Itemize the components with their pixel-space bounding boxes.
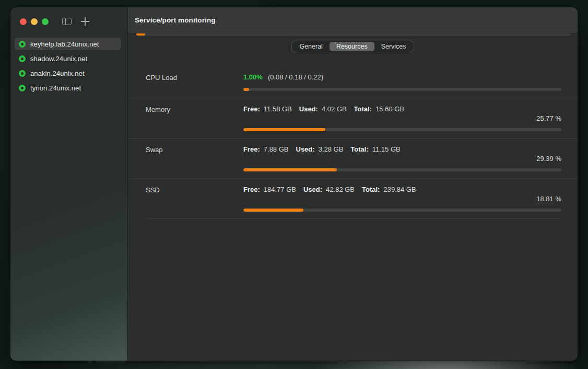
tab-services[interactable]: Services <box>374 42 413 51</box>
used-value: 3.28 GB <box>319 145 344 153</box>
total-label: Total: <box>350 145 368 153</box>
server-name: shadow.24unix.net <box>30 55 87 63</box>
row-label: SSD <box>146 186 243 212</box>
row-label: CPU Load <box>146 73 243 91</box>
sidebar-item-server[interactable]: keyhelp.lab.24unix.net <box>15 38 121 50</box>
used-label: Used: <box>296 145 315 153</box>
cpu-percent-value: 1.00% <box>243 73 263 81</box>
close-button[interactable] <box>20 18 27 25</box>
content-area: General Resources Services CPU Load 1.00… <box>128 36 578 361</box>
server-online-status-icon <box>19 55 26 62</box>
tab-general[interactable]: General <box>292 42 329 51</box>
server-online-status-icon <box>19 41 26 48</box>
memory-usage-bar <box>243 128 561 131</box>
cpu-load-row: CPU Load 1.00% (0.08 / 0.18 / 0.22) <box>128 66 578 98</box>
free-label: Free: <box>243 145 260 153</box>
row-label: Swap <box>146 145 243 171</box>
used-label: Used: <box>299 105 318 113</box>
swap-row: Swap Free: 7.88 GB Used: 3.28 GB Total: … <box>128 138 578 178</box>
server-name: keyhelp.lab.24unix.net <box>30 40 99 48</box>
ssd-row: SSD Free: 184.77 GB Used: 42.82 GB Total… <box>128 178 578 218</box>
usage-percent: 25.77 % <box>243 114 561 122</box>
zoom-button[interactable] <box>42 18 49 25</box>
free-value: 184.77 GB <box>264 186 296 193</box>
traffic-lights <box>20 18 49 25</box>
used-value: 42.82 GB <box>326 186 355 193</box>
server-name: anakin.24unix.net <box>30 70 85 77</box>
used-value: 4.02 GB <box>322 105 347 113</box>
cpu-load-bar-fill <box>243 88 249 91</box>
sidebar-toggle-icon[interactable] <box>62 18 72 25</box>
bottom-separator <box>146 218 561 219</box>
free-value: 7.88 GB <box>264 145 289 153</box>
total-value: 239.84 GB <box>383 186 416 193</box>
usage-percent: 18.81 % <box>243 195 561 203</box>
free-label: Free: <box>243 186 260 193</box>
memory-row: Memory Free: 11.58 GB Used: 4.02 GB Tota… <box>128 98 578 138</box>
swap-usage-bar-fill <box>243 168 337 171</box>
server-list: keyhelp.lab.24unix.net shadow.24unix.net… <box>10 36 127 94</box>
free-label: Free: <box>243 105 260 113</box>
used-label: Used: <box>303 186 322 193</box>
ssd-usage-bar-fill <box>243 209 303 212</box>
sidebar-item-server[interactable]: tyrion.24unix.net <box>15 82 121 94</box>
cpu-load-bar <box>243 88 561 91</box>
swap-usage-bar <box>243 168 561 171</box>
cpu-load-averages: (0.08 / 0.18 / 0.22) <box>268 73 323 81</box>
total-value: 11.15 GB <box>372 145 401 153</box>
server-name: tyrion.24unix.net <box>30 84 81 92</box>
resource-list: CPU Load 1.00% (0.08 / 0.18 / 0.22) Memo… <box>128 66 578 219</box>
server-online-status-icon <box>19 70 26 77</box>
sidebar-item-server[interactable]: anakin.24unix.net <box>15 67 121 79</box>
add-server-button[interactable] <box>81 17 89 26</box>
minimize-button[interactable] <box>31 18 38 25</box>
server-online-status-icon <box>19 85 26 91</box>
ssd-usage-bar <box>243 209 561 212</box>
window-titlebar: Service/port monitoring <box>128 7 578 33</box>
tab-resources[interactable]: Resources <box>330 42 374 51</box>
total-value: 15.60 GB <box>375 105 404 113</box>
main-panel: Service/port monitoring General Resource… <box>128 7 578 361</box>
refresh-progress-track <box>136 33 571 36</box>
tab-bar: General Resources Services <box>291 41 414 52</box>
page-title: Service/port monitoring <box>135 16 216 24</box>
total-label: Total: <box>362 186 380 193</box>
app-window: keyhelp.lab.24unix.net shadow.24unix.net… <box>10 7 578 361</box>
sidebar-header <box>10 7 127 36</box>
refresh-progress-fill <box>136 33 145 36</box>
memory-usage-bar-fill <box>243 128 325 131</box>
row-label: Memory <box>146 105 243 131</box>
free-value: 11.58 GB <box>264 105 292 113</box>
total-label: Total: <box>354 105 372 113</box>
sidebar: keyhelp.lab.24unix.net shadow.24unix.net… <box>10 7 128 361</box>
usage-percent: 29.39 % <box>243 155 561 163</box>
sidebar-item-server[interactable]: shadow.24unix.net <box>15 52 121 65</box>
